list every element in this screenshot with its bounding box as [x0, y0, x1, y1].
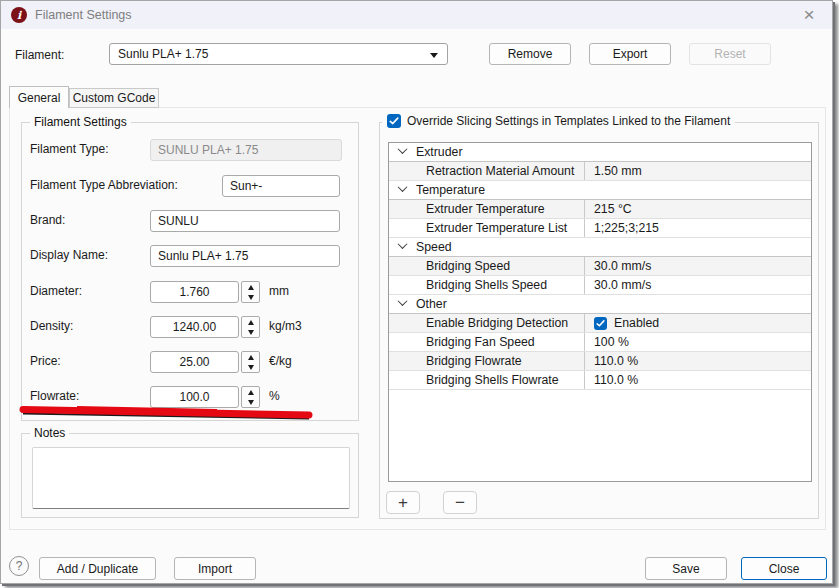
group-label: Extruder: [406, 145, 462, 159]
filament-settings-groupbox: Filament Settings Filament Type: SUNLU P…: [21, 122, 359, 421]
dropdown-arrow-icon: [430, 53, 438, 58]
setting-value: 110.0 %: [584, 371, 811, 389]
setting-label: Bridging Fan Speed: [389, 335, 584, 349]
window-title: Filament Settings: [35, 8, 132, 22]
display-name-field[interactable]: Sunlu PLA+ 1.75: [150, 245, 340, 267]
export-button[interactable]: Export: [589, 43, 671, 65]
tab-custom-gcode[interactable]: Custom GCode: [69, 88, 159, 108]
diameter-label: Diameter:: [30, 284, 82, 298]
setting-value: 30.0 mm/s: [584, 276, 811, 294]
abbreviation-label: Filament Type Abbreviation:: [30, 178, 178, 192]
close-window-icon[interactable]: ×: [798, 4, 820, 26]
spin-up-icon[interactable]: [248, 285, 254, 290]
spin-up-icon[interactable]: [248, 390, 254, 395]
setting-value: 1.50 mm: [584, 162, 811, 180]
settings-row[interactable]: Extruder Temperature215 °C: [389, 200, 811, 219]
close-button[interactable]: Close: [741, 557, 827, 580]
diameter-stepper[interactable]: [241, 281, 260, 303]
settings-row[interactable]: Retraction Material Amount1.50 mm: [389, 162, 811, 181]
filament-type-field: SUNLU PLA+ 1.75: [150, 139, 342, 161]
settings-row[interactable]: Bridging Shells Speed30.0 mm/s: [389, 276, 811, 295]
filament-label: Filament:: [15, 48, 64, 62]
price-label: Price:: [30, 354, 61, 368]
setting-value: 110.0 %: [584, 352, 811, 370]
setting-label: Extruder Temperature: [389, 202, 584, 216]
setting-label: Bridging Speed: [389, 259, 584, 273]
reset-button[interactable]: Reset: [689, 43, 771, 65]
title-bar: i Filament Settings ×: [1, 1, 832, 29]
brand-label: Brand:: [30, 213, 65, 227]
diameter-field[interactable]: 1.760: [150, 281, 239, 303]
spin-up-icon[interactable]: [248, 355, 254, 360]
price-field[interactable]: 25.00: [150, 351, 239, 373]
settings-group-row[interactable]: Extruder: [389, 143, 811, 162]
setting-label: Enable Bridging Detection: [389, 316, 584, 330]
notes-legend: Notes: [30, 426, 69, 440]
setting-label: Bridging Shells Flowrate: [389, 373, 584, 387]
setting-label: Bridging Flowrate: [389, 354, 584, 368]
group-label: Other: [406, 297, 447, 311]
abbreviation-field[interactable]: Sun+-: [222, 175, 340, 197]
notes-textarea[interactable]: [32, 447, 350, 509]
spin-down-icon[interactable]: [248, 365, 254, 370]
group-label: Temperature: [406, 183, 485, 197]
settings-row[interactable]: Bridging Fan Speed100 %: [389, 333, 811, 352]
remove-setting-button[interactable]: −: [443, 491, 477, 514]
app-logo-icon: i: [11, 7, 27, 23]
override-settings-table: ExtruderRetraction Material Amount1.50 m…: [388, 142, 812, 482]
density-label: Density:: [30, 319, 73, 333]
override-groupbox: Override Slicing Settings in Templates L…: [379, 122, 819, 519]
setting-value: 30.0 mm/s: [584, 257, 811, 275]
spin-up-icon[interactable]: [248, 320, 254, 325]
brand-field[interactable]: SUNLU: [150, 210, 340, 232]
checkbox-state-label: Enabled: [614, 316, 659, 330]
spin-down-icon[interactable]: [248, 295, 254, 300]
tab-general[interactable]: General: [9, 86, 69, 108]
setting-label: Bridging Shells Speed: [389, 278, 584, 292]
filament-type-label: Filament Type:: [30, 142, 108, 156]
add-setting-button[interactable]: +: [386, 491, 420, 514]
override-checkbox[interactable]: [387, 114, 401, 128]
density-field[interactable]: 1240.00: [150, 316, 239, 338]
red-underline-annotation: [17, 400, 317, 424]
filament-settings-legend: Filament Settings: [30, 115, 131, 129]
settings-row[interactable]: Bridging Flowrate110.0 %: [389, 352, 811, 371]
setting-value: 100 %: [584, 333, 811, 351]
settings-row[interactable]: Bridging Speed30.0 mm/s: [389, 257, 811, 276]
settings-row[interactable]: Bridging Shells Flowrate110.0 %: [389, 371, 811, 390]
density-unit: kg/m3: [269, 319, 302, 333]
help-icon[interactable]: ?: [9, 556, 29, 576]
settings-row[interactable]: Enable Bridging DetectionEnabled: [389, 314, 811, 333]
settings-group-row[interactable]: Temperature: [389, 181, 811, 200]
display-name-label: Display Name:: [30, 248, 108, 262]
filament-combobox-value: Sunlu PLA+ 1.75: [118, 47, 208, 61]
spin-down-icon[interactable]: [248, 330, 254, 335]
price-unit: €/kg: [269, 354, 292, 368]
setting-value: 1;225;3;215: [584, 219, 811, 237]
add-duplicate-button[interactable]: Add / Duplicate: [39, 557, 156, 580]
save-button[interactable]: Save: [645, 557, 727, 580]
import-button[interactable]: Import: [174, 557, 256, 580]
settings-group-row[interactable]: Other: [389, 295, 811, 314]
settings-row[interactable]: Extruder Temperature List1;225;3;215: [389, 219, 811, 238]
setting-label: Retraction Material Amount: [389, 164, 584, 178]
filament-settings-dialog: i Filament Settings × Filament: Sunlu PL…: [0, 0, 833, 584]
notes-groupbox: Notes: [21, 433, 359, 518]
price-stepper[interactable]: [241, 351, 260, 373]
override-label: Override Slicing Settings in Templates L…: [407, 114, 730, 128]
settings-group-row[interactable]: Speed: [389, 238, 811, 257]
enabled-checkbox[interactable]: [594, 317, 607, 330]
density-stepper[interactable]: [241, 316, 260, 338]
filament-combobox[interactable]: Sunlu PLA+ 1.75: [109, 43, 448, 65]
setting-value: Enabled: [584, 314, 811, 332]
diameter-unit: mm: [269, 284, 289, 298]
setting-label: Extruder Temperature List: [389, 221, 584, 235]
setting-value: 215 °C: [584, 200, 811, 218]
group-label: Speed: [406, 240, 452, 254]
remove-button[interactable]: Remove: [489, 43, 571, 65]
